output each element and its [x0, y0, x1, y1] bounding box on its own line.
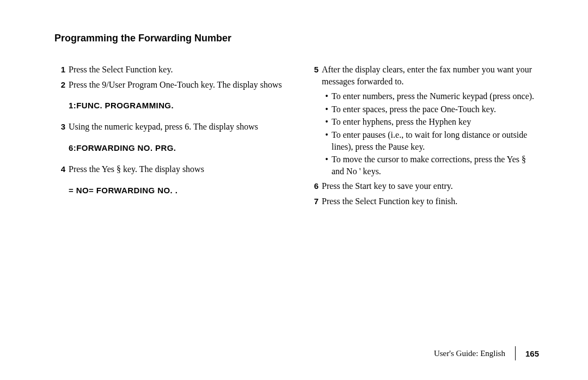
step-6: 6 Press the Start key to save your entry… — [308, 180, 539, 192]
bullet-dot-icon: • — [322, 154, 332, 177]
right-column: 5 After the display clears, enter the fa… — [308, 64, 539, 211]
step-1: 1 Press the Select Function key. — [54, 64, 286, 76]
page: Programming the Forwarding Number 1 Pres… — [0, 0, 588, 380]
bullet-item: • To enter numbers, press the Numeric ke… — [322, 90, 539, 102]
bullet-text: To enter pauses (i.e., to wait for long … — [332, 129, 539, 152]
page-number: 165 — [525, 349, 539, 358]
display-readout-2: 6:FORWARDING NO. PRG. — [69, 143, 286, 154]
bullet-text: To move the cursor to make corrections, … — [332, 154, 539, 177]
step-text: Press the Select Function key. — [69, 64, 286, 76]
step-number: 4 — [54, 163, 69, 175]
bullet-dot-icon: • — [322, 116, 332, 128]
footer-label: User's Guide: English — [434, 349, 505, 358]
bullet-dot-icon: • — [322, 90, 332, 102]
step-5: 5 After the display clears, enter the fa… — [308, 64, 539, 87]
step-text: Press the Start key to save your entry. — [322, 180, 539, 192]
bullet-item: • To enter spaces, press the pace One-To… — [322, 103, 539, 115]
step-text: Using the numeric keypad, press 6. The d… — [69, 121, 286, 133]
step-text: Press the Yes § key. The display shows — [69, 163, 286, 175]
bullet-item: • To move the cursor to make corrections… — [322, 154, 539, 177]
bullet-text: To enter numbers, press the Numeric keyp… — [332, 90, 539, 102]
bullet-list: • To enter numbers, press the Numeric ke… — [322, 90, 539, 177]
step-number: 1 — [54, 64, 69, 76]
step-4: 4 Press the Yes § key. The display shows — [54, 163, 286, 175]
section-heading: Programming the Forwarding Number — [54, 33, 539, 44]
display-readout-3: = NO= FORWARDING NO. . — [69, 185, 286, 196]
step-text: After the display clears, enter the fax … — [322, 64, 539, 87]
step-text: Press the 9/User Program One-Touch key. … — [69, 79, 286, 91]
step-number: 3 — [54, 121, 69, 133]
step-number: 6 — [308, 180, 322, 192]
display-readout-1: 1:FUNC. PROGRAMMING. — [69, 100, 286, 111]
bullet-text: To enter hyphens, press the Hyphen key — [332, 116, 539, 128]
step-3: 3 Using the numeric keypad, press 6. The… — [54, 121, 286, 133]
page-footer: User's Guide: English 165 — [434, 346, 539, 360]
footer-divider — [515, 346, 516, 360]
columns: 1 Press the Select Function key. 2 Press… — [54, 64, 539, 211]
step-7: 7 Press the Select Function key to finis… — [308, 195, 539, 207]
bullet-item: • To enter pauses (i.e., to wait for lon… — [322, 129, 539, 152]
bullet-text: To enter spaces, press the pace One-Touc… — [332, 103, 539, 115]
step-number: 5 — [308, 64, 322, 87]
bullet-dot-icon: • — [322, 103, 332, 115]
step-number: 2 — [54, 79, 69, 91]
step-text: Press the Select Function key to finish. — [322, 195, 539, 207]
left-column: 1 Press the Select Function key. 2 Press… — [54, 64, 286, 211]
step-2: 2 Press the 9/User Program One-Touch key… — [54, 79, 286, 91]
step-number: 7 — [308, 195, 322, 207]
bullet-item: • To enter hyphens, press the Hyphen key — [322, 116, 539, 128]
bullet-dot-icon: • — [322, 129, 332, 152]
